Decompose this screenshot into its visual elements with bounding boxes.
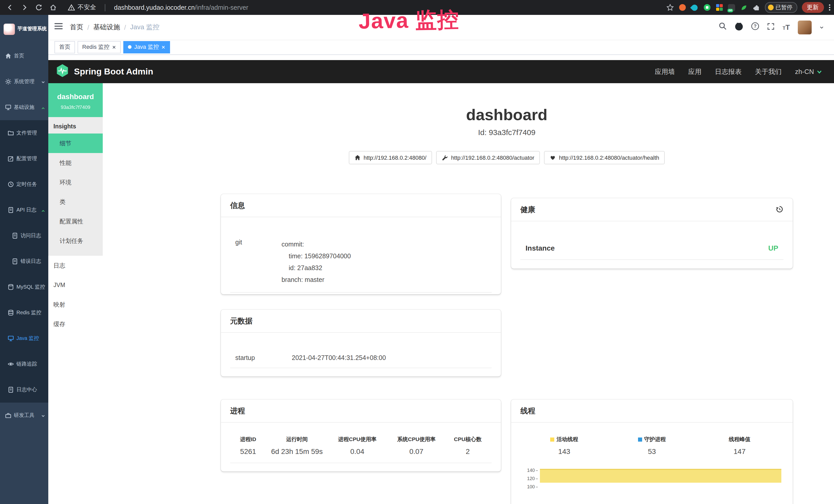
- bookmark-star-icon[interactable]: [666, 4, 674, 11]
- health-url-button[interactable]: http://192.168.0.2:48080/actuator/health: [544, 151, 665, 164]
- document-icon: [12, 258, 18, 265]
- security-label: 不安全: [78, 3, 96, 12]
- sba-item-environment[interactable]: 环境: [48, 173, 103, 192]
- sidebar-item-label: 基础设施: [14, 104, 35, 111]
- sidebar-item-api-logs[interactable]: API 日志: [0, 197, 48, 223]
- update-button[interactable]: 更新: [802, 2, 824, 13]
- sidebar-item-log-center[interactable]: 日志中心: [0, 377, 48, 403]
- tab-java-monitor[interactable]: Java 监控: [123, 41, 170, 53]
- sidebar-item-mysql-monitor[interactable]: MySQL 监控: [0, 274, 48, 300]
- back-icon[interactable]: [6, 4, 14, 11]
- health-card: 健康 Instance UP: [511, 198, 793, 269]
- browser-actions: on 已暂停 更新: [666, 2, 834, 13]
- sba-language-select[interactable]: zh-CN: [795, 68, 822, 75]
- tab-label: Java 监控: [134, 43, 159, 51]
- sidebar-item-file-management[interactable]: 文件管理: [0, 120, 48, 146]
- user-avatar[interactable]: [797, 20, 811, 34]
- close-icon[interactable]: [112, 45, 116, 49]
- sidebar-item-scheduled-tasks[interactable]: 定时任务: [0, 171, 48, 197]
- sba-item-details[interactable]: 细节: [48, 134, 103, 153]
- service-url-button[interactable]: http://192.168.0.2:48080/: [349, 151, 432, 164]
- history-icon[interactable]: [776, 205, 784, 214]
- sidebar-item-dev-tools[interactable]: 研发工具: [0, 403, 48, 428]
- sba-app-header[interactable]: dashboard 93a3fc7f7409: [48, 83, 103, 117]
- sba-detail-container: dashboard Id: 93a3fc7f7409 http://192.16…: [221, 83, 793, 504]
- sba-nav-about[interactable]: 关于我们: [755, 67, 782, 76]
- sba-sidebar: dashboard 93a3fc7f7409 Insights 细节 性能 环境…: [48, 83, 103, 504]
- sidebar-item-java-monitor[interactable]: Java 监控: [0, 325, 48, 351]
- sba-item-jvm[interactable]: JVM: [48, 275, 103, 295]
- sba-insights-group: Insights 细节 性能 环境 类 配置属性 计划任务: [48, 117, 103, 256]
- extension-green-icon[interactable]: [703, 4, 711, 11]
- app-title: 芋道管理系统: [18, 26, 47, 32]
- health-row-label: Instance: [526, 244, 555, 252]
- sba-nav-journal[interactable]: 日志报表: [715, 67, 742, 76]
- top-navbar: 首页 / 基础设施 / Java 监控 ? TT: [48, 15, 834, 40]
- database-icon: [8, 284, 14, 290]
- process-header: 系统CPU使用率: [387, 436, 446, 443]
- sba-group-label: Insights: [48, 118, 103, 134]
- tab-home[interactable]: 首页: [54, 41, 75, 53]
- extension-grid-icon[interactable]: [715, 4, 723, 11]
- extensions-puzzle-icon[interactable]: [752, 4, 760, 11]
- sba-item-logs[interactable]: 日志: [48, 256, 103, 275]
- actuator-url-button[interactable]: http://192.168.0.2:48080/actuator: [436, 151, 540, 164]
- extension-teal-icon[interactable]: [691, 4, 698, 11]
- tab-redis-monitor[interactable]: Redis 监控: [78, 41, 121, 53]
- threads-chart: 140 120 100: [520, 463, 784, 504]
- sba-item-mappings[interactable]: 映射: [48, 295, 103, 314]
- fullscreen-icon[interactable]: [767, 22, 775, 32]
- sidebar-item-home[interactable]: 首页: [0, 43, 48, 69]
- process-value: 6d 23h 15m 59s: [266, 447, 328, 456]
- legend-value: 143: [520, 447, 608, 456]
- caret-down-icon[interactable]: [819, 23, 824, 32]
- sba-item-config-props[interactable]: 配置属性: [48, 211, 103, 231]
- site-security[interactable]: 不安全: [68, 3, 96, 12]
- search-icon[interactable]: [719, 22, 727, 32]
- infrastructure-icon: [5, 104, 11, 110]
- breadcrumb-separator: /: [87, 23, 89, 31]
- document-icon: [8, 207, 14, 213]
- divider: [105, 4, 105, 11]
- sba-item-caches[interactable]: 缓存: [48, 314, 103, 334]
- sidebar-item-redis-monitor[interactable]: Redis 监控: [0, 300, 48, 325]
- home-icon[interactable]: [49, 4, 57, 11]
- extension-leaf-icon[interactable]: [740, 4, 748, 11]
- health-url: http://192.168.0.2:48080/actuator/health: [559, 155, 659, 161]
- forward-icon[interactable]: [21, 4, 28, 11]
- sidebar-item-label: Java 监控: [17, 335, 39, 342]
- sba-nav-wallboard[interactable]: 应用墙: [655, 67, 675, 76]
- extension-orange-icon[interactable]: [678, 4, 686, 11]
- breadcrumb-item[interactable]: 首页: [70, 23, 83, 32]
- extension-on-icon[interactable]: on: [728, 4, 736, 11]
- process-header: 进程CPU使用率: [328, 436, 387, 443]
- sba-brand-title[interactable]: Spring Boot Admin: [74, 67, 153, 77]
- service-url: http://192.168.0.2:48080/: [364, 155, 426, 161]
- gear-icon: [5, 78, 11, 85]
- reload-icon[interactable]: [35, 4, 43, 11]
- font-size-icon[interactable]: TT: [783, 23, 790, 32]
- sidebar-item-config-management[interactable]: 配置管理: [0, 146, 48, 171]
- breadcrumb-item[interactable]: 基础设施: [93, 23, 120, 32]
- sidebar-item-infrastructure[interactable]: 基础设施: [0, 94, 48, 120]
- sidebar-item-system-management[interactable]: 系统管理: [0, 69, 48, 94]
- sidebar-item-trace[interactable]: 链路追踪: [0, 351, 48, 377]
- sba-nav-applications[interactable]: 应用: [688, 67, 701, 76]
- sba-logo-icon: [56, 64, 69, 79]
- sba-item-metrics[interactable]: 性能: [48, 153, 103, 173]
- github-icon[interactable]: [735, 22, 744, 32]
- app-logo-row[interactable]: 芋道管理系统: [0, 15, 48, 43]
- sidebar-item-label: 研发工具: [14, 412, 35, 419]
- metadata-value: 2021-04-27T00:44:31.254+08:00: [292, 354, 386, 362]
- sba-item-scheduled-tasks[interactable]: 计划任务: [48, 231, 103, 251]
- hamburger-icon[interactable]: [54, 23, 63, 32]
- sba-item-classes[interactable]: 类: [48, 192, 103, 211]
- address-bar[interactable]: dashboard.yudao.iocoder.cn/infra/admin-s…: [114, 4, 248, 11]
- browser-menu-icon[interactable]: [828, 4, 830, 11]
- instance-links: http://192.168.0.2:48080/ http://192.168…: [221, 151, 793, 164]
- close-icon[interactable]: [161, 45, 166, 49]
- help-icon[interactable]: ?: [751, 22, 760, 32]
- sidebar-item-error-logs[interactable]: 错误日志: [0, 249, 48, 274]
- paused-chip[interactable]: 已暂停: [765, 2, 797, 13]
- sidebar-item-access-logs[interactable]: 访问日志: [0, 223, 48, 249]
